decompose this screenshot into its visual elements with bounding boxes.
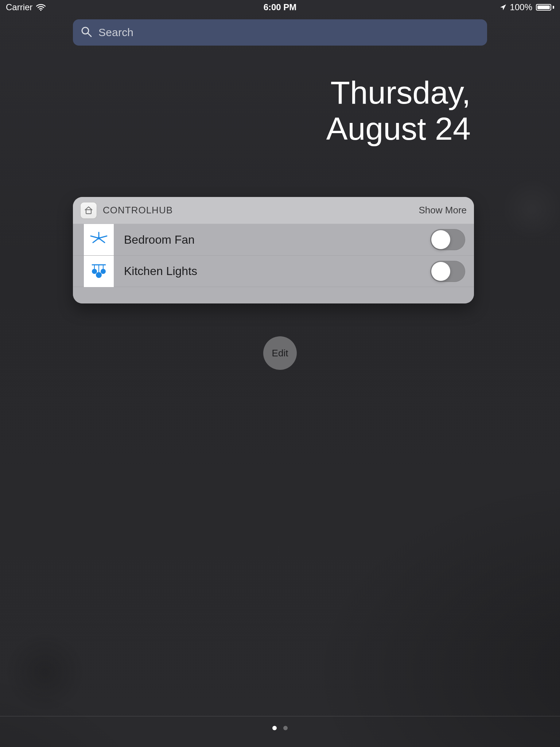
lights-icon [84,256,114,287]
svg-line-6 [99,236,107,238]
search-input[interactable]: Search [73,19,487,46]
widget-row-label: Bedroom Fan [124,233,195,247]
edit-button[interactable]: Edit [263,336,297,370]
battery-icon [536,4,554,11]
widget-footer [73,287,474,303]
today-view-stage: Carrier 6:00 PM 100% [0,0,560,747]
svg-line-7 [93,238,99,243]
status-time: 6:00 PM [0,0,560,15]
svg-rect-3 [86,210,91,214]
app-icon [80,202,97,219]
divider [0,716,560,716]
widget-controlhub: CONTROLHUB Show More [73,197,474,303]
svg-line-5 [91,236,99,238]
widget-row[interactable]: Bedroom Fan [73,224,474,255]
date-line-1: Thursday, [0,75,471,111]
status-bar: Carrier 6:00 PM 100% [0,0,560,15]
carrier-label: Carrier [6,2,32,12]
toggle-switch[interactable] [430,261,465,282]
toggle-switch[interactable] [430,229,465,250]
svg-line-2 [88,34,91,36]
location-icon [500,4,506,11]
widget-header: CONTROLHUB Show More [73,197,474,224]
widget-row[interactable]: Kitchen Lights [73,255,474,287]
page-dot [272,726,277,730]
search-placeholder: Search [98,26,133,39]
svg-line-8 [99,238,105,243]
date-line-2: August 24 [0,111,471,147]
edit-label: Edit [272,348,288,359]
date-headline: Thursday, August 24 [0,75,471,147]
page-dot [283,726,288,730]
svg-point-16 [101,269,105,274]
search-icon [81,26,92,39]
svg-point-14 [92,269,97,274]
widget-title: CONTROLHUB [103,205,173,216]
widget-row-label: Kitchen Lights [124,264,197,278]
svg-point-15 [96,272,101,278]
battery-percent-label: 100% [510,2,532,12]
show-more-button[interactable]: Show More [419,205,467,216]
fan-icon [84,224,114,255]
svg-point-1 [82,27,89,34]
page-indicator[interactable] [0,726,560,730]
wifi-icon [36,4,46,11]
svg-point-0 [40,9,42,11]
